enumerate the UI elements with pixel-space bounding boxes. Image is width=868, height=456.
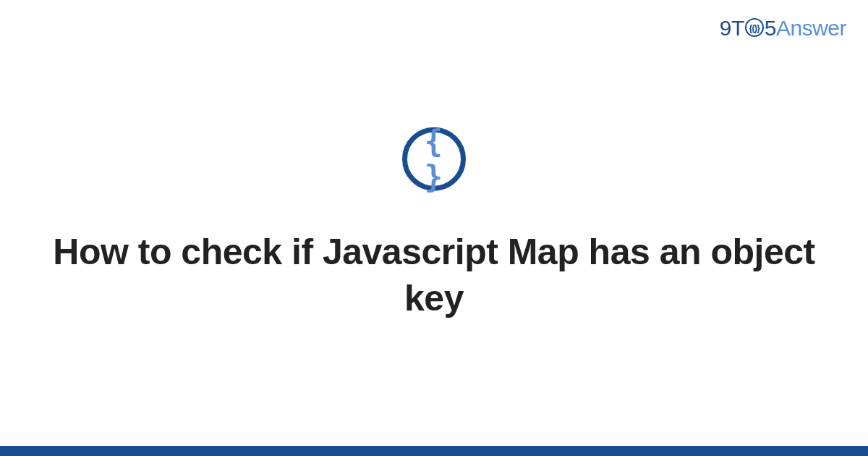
question-title: How to check if Javascript Map has an ob…: [43, 229, 825, 321]
code-braces-icon: { }: [407, 124, 461, 195]
logo-answer: Answer: [776, 16, 846, 41]
logo-t: T: [731, 16, 744, 41]
bottom-accent-bar: [0, 446, 868, 456]
site-logo: 9 T {()} 5 Answer: [720, 16, 846, 41]
main-content: { } How to check if Javascript Map has a…: [0, 127, 868, 321]
logo-five: 5: [765, 16, 776, 41]
logo-o-inner: {()}: [749, 22, 760, 33]
logo-o-circle: {()}: [745, 18, 764, 37]
category-icon-circle: { }: [402, 127, 466, 191]
logo-nine: 9: [720, 16, 731, 41]
